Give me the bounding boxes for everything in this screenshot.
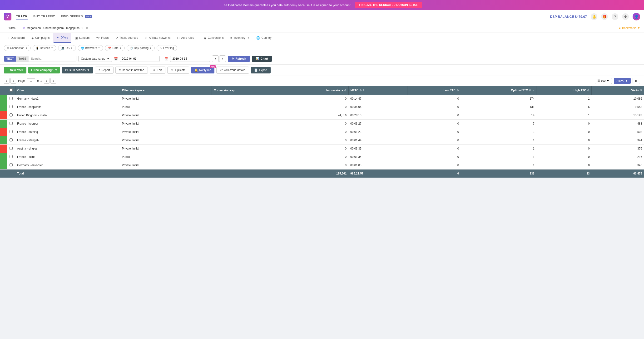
- nav-landers[interactable]: ▣ Landers: [72, 33, 92, 43]
- row-checkbox[interactable]: [10, 147, 12, 150]
- error-log-filter[interactable]: ⚠ Error log: [156, 45, 177, 51]
- report-button[interactable]: ≡ Report: [95, 66, 114, 74]
- active-filter-button[interactable]: Active ▼: [614, 78, 631, 84]
- nav-campaigns[interactable]: ◈ Campaigns: [28, 33, 52, 43]
- prev-page-button[interactable]: ‹: [10, 78, 16, 84]
- nav-conversions[interactable]: ◉ Conversions: [201, 33, 226, 43]
- date-range-selector[interactable]: Custom date range ▼: [78, 56, 112, 62]
- mttc-help-icon[interactable]: ?: [363, 89, 364, 92]
- row-checkbox-cell[interactable]: [7, 120, 15, 128]
- row-impressions: 0: [282, 128, 348, 136]
- date-to-input[interactable]: [170, 56, 210, 62]
- visits-gear-icon[interactable]: ⚙: [640, 89, 642, 92]
- low-ttc-gear-icon[interactable]: ⚙: [456, 89, 459, 92]
- nav-country[interactable]: 🌐 Country: [254, 33, 274, 43]
- report-new-tab-button[interactable]: ≡ Report in new tab: [116, 66, 148, 74]
- row-offer: France - titengel-: [15, 136, 120, 145]
- nav-inventory[interactable]: ≡ Inventory ▼: [228, 33, 252, 43]
- logo: V: [4, 13, 12, 20]
- os-label: OS: [66, 46, 70, 50]
- row-checkbox-cell[interactable]: [7, 103, 15, 111]
- new-campaign-button[interactable]: + New campaign ▼: [28, 67, 60, 73]
- antifraud-button[interactable]: 🛡 Anti-fraud details: [216, 66, 249, 74]
- nav-affiliate-networks[interactable]: ⚇ Affiliate networks: [142, 33, 174, 43]
- nav-flows[interactable]: ⌥ Flows: [93, 33, 112, 43]
- first-page-button[interactable]: «: [4, 78, 10, 84]
- nav-auto-rules[interactable]: ⊙ Auto rules: [174, 33, 197, 43]
- table-row: France - dateing Private: Initial 0 00:0…: [0, 128, 644, 136]
- gift-icon[interactable]: 🎁: [601, 13, 608, 20]
- search-input[interactable]: [28, 56, 76, 61]
- nav-offers[interactable]: ⚑ Offers: [53, 33, 71, 43]
- row-checkbox-cell[interactable]: [7, 95, 15, 103]
- nav-traffic-sources[interactable]: ↗ Traffic sources: [112, 33, 141, 43]
- row-checkbox-cell[interactable]: [7, 161, 15, 169]
- date-from-input[interactable]: [120, 56, 160, 62]
- chart-button[interactable]: 📊 Chart: [252, 56, 272, 62]
- optimal-ttc-gear-icon[interactable]: ⚙: [529, 89, 531, 92]
- row-checkbox-cell[interactable]: [7, 153, 15, 161]
- per-page-selector[interactable]: ☰ 100 ▼: [595, 78, 612, 84]
- tab-current[interactable]: ◎ Megapu.sh - United Kingdom - megapush …: [20, 23, 91, 32]
- text-toggle-button[interactable]: TEXT: [4, 56, 16, 61]
- settings-icon[interactable]: ⚙: [622, 13, 629, 20]
- tab-close-icon[interactable]: ✕: [86, 26, 88, 30]
- row-checkbox[interactable]: [10, 113, 12, 116]
- nav-dashboard[interactable]: ⊞ Dashboard: [4, 33, 28, 43]
- date-filter[interactable]: 📅 Date ▼: [105, 45, 124, 51]
- os-filter[interactable]: 💻 OS ▼: [58, 45, 76, 51]
- date-next-button[interactable]: ›: [219, 55, 226, 62]
- bulk-actions-button[interactable]: ⊟ Bulk actions ▼: [62, 67, 93, 73]
- row-checkbox[interactable]: [10, 122, 12, 125]
- page-number-input[interactable]: [27, 78, 35, 83]
- row-checkbox[interactable]: [10, 163, 12, 166]
- row-checkbox[interactable]: [10, 138, 12, 141]
- tags-toggle-button[interactable]: TAGS: [16, 56, 28, 61]
- row-checkbox[interactable]: [10, 155, 12, 158]
- new-offer-button[interactable]: + New offer: [4, 67, 26, 73]
- refresh-button[interactable]: ↻ Refresh: [228, 56, 250, 62]
- help-icon[interactable]: ?: [612, 13, 618, 20]
- mttc-gear-icon[interactable]: ⚙: [359, 89, 362, 92]
- select-all-checkbox[interactable]: [10, 88, 12, 91]
- notify-button[interactable]: 🔔 Notify me new: [191, 67, 215, 73]
- th-checkbox[interactable]: [7, 86, 15, 95]
- last-page-button[interactable]: »: [50, 78, 56, 84]
- devices-filter[interactable]: 📱 Devices ▼: [32, 45, 56, 51]
- nav-track[interactable]: TRACK: [16, 13, 28, 19]
- tab-home[interactable]: HOME: [4, 23, 20, 32]
- row-checkbox[interactable]: [10, 105, 12, 108]
- bell-icon[interactable]: 🔔: [591, 13, 597, 20]
- row-visits: 346: [592, 161, 644, 169]
- export-button[interactable]: 📄 Export: [251, 67, 270, 73]
- optimal-sort-icon[interactable]: ▼: [532, 89, 534, 91]
- edit-button[interactable]: ✏ Edit: [150, 66, 166, 74]
- day-parting-filter[interactable]: 🕐 Day parting ▼: [126, 45, 155, 51]
- landers-icon: ▣: [75, 36, 78, 40]
- campaigns-icon: ◈: [32, 36, 34, 40]
- user-avatar[interactable]: 👤: [632, 13, 640, 20]
- tab-star-icon[interactable]: ☆: [81, 26, 84, 30]
- row-high-ttc: 6: [536, 103, 592, 111]
- nav-buy-traffic[interactable]: BUY TRAFFIC: [33, 13, 55, 19]
- next-page-button[interactable]: ›: [44, 78, 50, 84]
- date-prev-button[interactable]: ‹: [212, 55, 219, 62]
- bookmarks-button[interactable]: ★ Bookmarks ▼: [618, 26, 640, 30]
- nav-find-offers[interactable]: FIND OFFERS beta: [61, 13, 92, 19]
- columns-button[interactable]: ⊞: [632, 78, 640, 84]
- impressions-gear-icon[interactable]: ⚙: [344, 89, 346, 92]
- row-checkbox-cell[interactable]: [7, 136, 15, 145]
- row-mttc: 00:34:04: [348, 103, 408, 111]
- row-checkbox-cell[interactable]: [7, 128, 15, 136]
- row-checkbox[interactable]: [10, 130, 12, 133]
- row-checkbox-cell[interactable]: [7, 111, 15, 120]
- row-checkbox[interactable]: [10, 97, 12, 100]
- browsers-filter[interactable]: 🌐 Browsers ▼: [78, 45, 103, 51]
- row-impressions: 0: [282, 95, 348, 103]
- table-row: United Kingdom - male- Private: Initial …: [0, 111, 644, 120]
- high-ttc-gear-icon[interactable]: ⚙: [587, 89, 590, 92]
- row-checkbox-cell[interactable]: [7, 145, 15, 153]
- finalize-button[interactable]: FINALIZE THE DEDICATED DOMAIN SETUP: [355, 2, 422, 8]
- duplicate-button[interactable]: ⎘ Duplicate: [167, 66, 189, 74]
- connection-filter[interactable]: ⊕ Connection ▼: [4, 45, 31, 51]
